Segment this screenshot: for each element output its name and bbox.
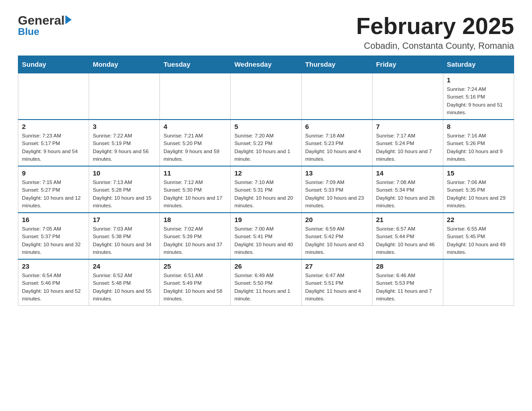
sunset-text: Sunset: 5:53 PM <box>376 279 439 287</box>
day-info: Sunrise: 6:57 AMSunset: 5:44 PMDaylight:… <box>376 225 439 256</box>
calendar-cell: 21Sunrise: 6:57 AMSunset: 5:44 PMDayligh… <box>372 213 443 259</box>
sunrise-text: Sunrise: 7:24 AM <box>447 86 510 93</box>
calendar-cell <box>18 73 89 120</box>
day-info: Sunrise: 7:18 AMSunset: 5:23 PMDaylight:… <box>305 132 369 163</box>
sunset-text: Sunset: 5:23 PM <box>305 140 369 147</box>
daylight-text: Daylight: 10 hours and 40 minutes. <box>234 241 297 257</box>
day-number: 8 <box>447 123 510 130</box>
sunrise-text: Sunrise: 6:49 AM <box>234 272 297 279</box>
calendar-cell: 1Sunrise: 7:24 AMSunset: 5:16 PMDaylight… <box>443 73 514 120</box>
title-block: February 2025 Cobadin, Constanta County,… <box>356 13 514 51</box>
daylight-text: Daylight: 11 hours and 7 minutes. <box>376 287 439 303</box>
day-info: Sunrise: 7:20 AMSunset: 5:22 PMDaylight:… <box>234 132 297 163</box>
sunset-text: Sunset: 5:42 PM <box>305 233 369 240</box>
calendar-week-4: 16Sunrise: 7:05 AMSunset: 5:37 PMDayligh… <box>18 213 514 259</box>
day-info: Sunrise: 7:24 AMSunset: 5:16 PMDaylight:… <box>447 86 510 116</box>
day-number: 27 <box>305 262 369 270</box>
day-info: Sunrise: 7:16 AMSunset: 5:26 PMDaylight:… <box>447 132 510 163</box>
calendar-week-2: 2Sunrise: 7:23 AMSunset: 5:17 PMDaylight… <box>18 120 514 166</box>
sunrise-text: Sunrise: 7:02 AM <box>163 225 227 233</box>
day-info: Sunrise: 6:51 AMSunset: 5:49 PMDaylight:… <box>163 272 227 303</box>
daylight-text: Daylight: 10 hours and 29 minutes. <box>447 194 510 210</box>
sunrise-text: Sunrise: 7:12 AM <box>163 179 227 186</box>
calendar-cell: 2Sunrise: 7:23 AMSunset: 5:17 PMDaylight… <box>18 120 89 166</box>
day-info: Sunrise: 7:21 AMSunset: 5:20 PMDaylight:… <box>163 132 227 163</box>
day-number: 12 <box>234 169 297 177</box>
sunset-text: Sunset: 5:50 PM <box>234 279 297 287</box>
day-info: Sunrise: 7:09 AMSunset: 5:33 PMDaylight:… <box>305 179 369 210</box>
calendar-cell: 22Sunrise: 6:55 AMSunset: 5:45 PMDayligh… <box>443 213 514 259</box>
calendar-cell: 15Sunrise: 7:06 AMSunset: 5:35 PMDayligh… <box>443 166 514 213</box>
calendar-header: SundayMondayTuesdayWednesdayThursdayFrid… <box>18 56 514 73</box>
calendar-cell: 13Sunrise: 7:09 AMSunset: 5:33 PMDayligh… <box>301 166 372 213</box>
sunset-text: Sunset: 5:44 PM <box>376 233 439 240</box>
day-number: 23 <box>22 262 85 270</box>
day-number: 19 <box>234 216 297 223</box>
daylight-text: Daylight: 10 hours and 12 minutes. <box>22 194 85 210</box>
calendar-cell: 8Sunrise: 7:16 AMSunset: 5:26 PMDaylight… <box>443 120 514 166</box>
daylight-text: Daylight: 10 hours and 7 minutes. <box>376 148 439 163</box>
sunrise-text: Sunrise: 7:08 AM <box>376 179 439 186</box>
calendar-cell <box>372 73 443 120</box>
day-info: Sunrise: 7:15 AMSunset: 5:27 PMDaylight:… <box>22 179 85 210</box>
calendar-cell: 10Sunrise: 7:13 AMSunset: 5:28 PMDayligh… <box>89 166 160 213</box>
calendar-cell: 24Sunrise: 6:52 AMSunset: 5:48 PMDayligh… <box>89 259 160 306</box>
day-number: 1 <box>447 76 510 84</box>
sunset-text: Sunset: 5:30 PM <box>163 186 227 194</box>
calendar-cell: 14Sunrise: 7:08 AMSunset: 5:34 PMDayligh… <box>372 166 443 213</box>
sunrise-text: Sunrise: 6:47 AM <box>305 272 369 279</box>
sunrise-text: Sunrise: 6:57 AM <box>376 225 439 233</box>
daylight-text: Daylight: 10 hours and 55 minutes. <box>93 287 156 303</box>
sunrise-text: Sunrise: 7:21 AM <box>163 132 227 140</box>
day-info: Sunrise: 7:17 AMSunset: 5:24 PMDaylight:… <box>376 132 439 163</box>
day-number: 17 <box>93 216 156 223</box>
daylight-text: Daylight: 10 hours and 52 minutes. <box>22 287 85 303</box>
sunset-text: Sunset: 5:48 PM <box>93 279 156 287</box>
daylight-text: Daylight: 10 hours and 26 minutes. <box>376 194 439 210</box>
sunset-text: Sunset: 5:49 PM <box>163 279 227 287</box>
daylight-text: Daylight: 10 hours and 34 minutes. <box>93 241 156 257</box>
sunset-text: Sunset: 5:46 PM <box>22 279 85 287</box>
day-number: 25 <box>163 262 227 270</box>
day-number: 22 <box>447 216 510 223</box>
sunrise-text: Sunrise: 7:03 AM <box>93 225 156 233</box>
weekday-header-wednesday: Wednesday <box>231 56 301 73</box>
calendar-cell: 3Sunrise: 7:22 AMSunset: 5:19 PMDaylight… <box>89 120 160 166</box>
sunrise-text: Sunrise: 7:15 AM <box>22 179 85 186</box>
sunset-text: Sunset: 5:28 PM <box>93 186 156 194</box>
daylight-text: Daylight: 10 hours and 20 minutes. <box>234 194 297 210</box>
day-number: 11 <box>163 169 227 177</box>
sunset-text: Sunset: 5:39 PM <box>163 233 227 240</box>
day-number: 6 <box>305 123 369 130</box>
calendar-cell <box>89 73 160 120</box>
sunrise-text: Sunrise: 7:06 AM <box>447 179 510 186</box>
sunrise-text: Sunrise: 6:54 AM <box>22 272 85 279</box>
day-info: Sunrise: 6:49 AMSunset: 5:50 PMDaylight:… <box>234 272 297 303</box>
sunrise-text: Sunrise: 7:00 AM <box>234 225 297 233</box>
calendar-cell: 17Sunrise: 7:03 AMSunset: 5:38 PMDayligh… <box>89 213 160 259</box>
calendar-week-3: 9Sunrise: 7:15 AMSunset: 5:27 PMDaylight… <box>18 166 514 213</box>
calendar-cell: 26Sunrise: 6:49 AMSunset: 5:50 PMDayligh… <box>231 259 301 306</box>
calendar-cell: 9Sunrise: 7:15 AMSunset: 5:27 PMDaylight… <box>18 166 89 213</box>
sunset-text: Sunset: 5:33 PM <box>305 186 369 194</box>
calendar-cell: 27Sunrise: 6:47 AMSunset: 5:51 PMDayligh… <box>301 259 372 306</box>
calendar-cell <box>443 259 514 306</box>
calendar-cell: 23Sunrise: 6:54 AMSunset: 5:46 PMDayligh… <box>18 259 89 306</box>
daylight-text: Daylight: 10 hours and 46 minutes. <box>376 241 439 257</box>
daylight-text: Daylight: 10 hours and 4 minutes. <box>305 148 369 163</box>
sunrise-text: Sunrise: 6:51 AM <box>163 272 227 279</box>
day-number: 18 <box>163 216 227 223</box>
weekday-row: SundayMondayTuesdayWednesdayThursdayFrid… <box>18 56 514 73</box>
day-number: 5 <box>234 123 297 130</box>
sunset-text: Sunset: 5:24 PM <box>376 140 439 147</box>
page-title: February 2025 <box>356 13 514 39</box>
daylight-text: Daylight: 10 hours and 17 minutes. <box>163 194 227 210</box>
day-number: 9 <box>22 169 85 177</box>
day-number: 10 <box>93 169 156 177</box>
weekday-header-monday: Monday <box>89 56 160 73</box>
page-subtitle: Cobadin, Constanta County, Romania <box>356 41 514 51</box>
weekday-header-friday: Friday <box>372 56 443 73</box>
sunset-text: Sunset: 5:16 PM <box>447 93 510 101</box>
day-info: Sunrise: 7:23 AMSunset: 5:17 PMDaylight:… <box>22 132 85 163</box>
calendar-cell <box>301 73 372 120</box>
